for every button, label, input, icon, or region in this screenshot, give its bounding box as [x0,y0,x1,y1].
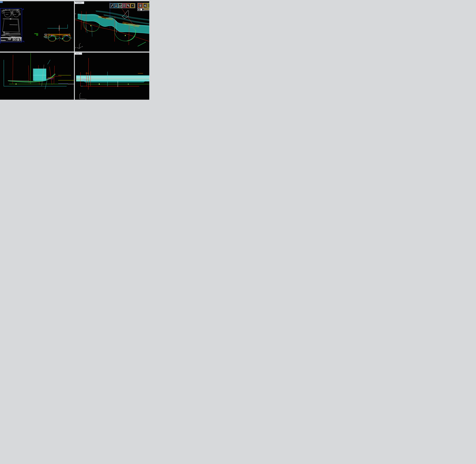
large-swatch-toggle[interactable] [140,9,142,10]
viewport-tab-perspective-label: Prospettica [75,2,83,3]
gears-tool-button[interactable] [127,3,130,8]
paintbrush-icon [111,4,113,7]
solid-box-tool-button[interactable] [118,3,122,8]
new-file-button[interactable] [138,3,142,8]
solid-box-icon [119,4,121,7]
small-swatch-toggle[interactable] [138,9,140,10]
swatch-panel [138,8,144,11]
layered-script-icon [144,4,147,7]
chevron-down-icon[interactable]: ▼ [81,53,82,54]
layered-script-button[interactable] [143,3,148,8]
chevron-down-icon[interactable]: ▼ [83,2,84,3]
floating-toolbar: ? [110,3,135,8]
analyze-tool-button[interactable] [114,3,118,8]
viewport-top[interactable] [0,1,74,52]
drawer-cabinet-tool-button[interactable] [122,3,126,8]
gears-icon [127,4,130,7]
viewport-tab-right[interactable]: Destra ▼ [75,53,82,55]
paintbrush-tool-button[interactable] [110,3,114,8]
viewport-tab-perspective[interactable]: Prospettica ▼ [75,1,84,4]
viewport-right[interactable] [75,53,149,100]
help-tool-button[interactable]: ? [131,3,134,8]
new-file-icon [139,4,142,7]
analyze-lamp-icon [115,4,117,7]
viewport-tab-top-label: i [0,2,1,3]
chevron-down-icon[interactable]: ▼ [2,2,3,2]
status-label: INTER [145,8,149,10]
cropped-tool-button[interactable] [148,3,149,8]
corner-toolbar: INTER [137,3,149,11]
viewport-tab-right-label: Destra [75,53,80,54]
cad-workspace: { "app": {"type": "CAD four-viewport wor… [0,0,149,100]
question-mark-icon: ? [132,5,133,7]
viewport-front[interactable] [0,53,74,100]
viewport-tab-top[interactable]: i ▼ [0,1,3,3]
drawer-cabinet-icon [123,4,125,7]
